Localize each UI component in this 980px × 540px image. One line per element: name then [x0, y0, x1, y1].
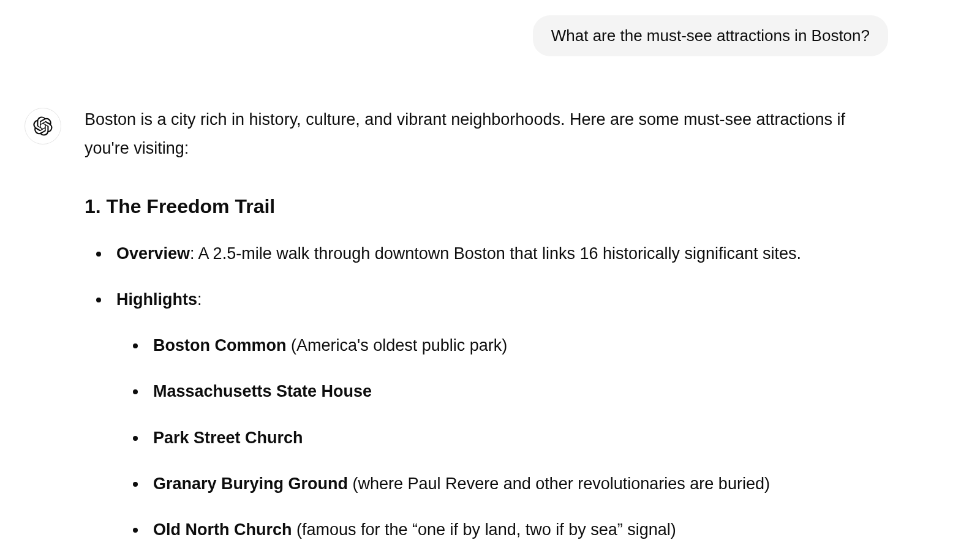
highlight-bold: Boston Common [153, 336, 286, 354]
section-list: Overview: A 2.5-mile walk through downto… [85, 239, 888, 541]
highlights-label: Highlights [116, 290, 197, 309]
highlight-rest: (America's oldest public park) [286, 336, 507, 354]
user-message-text: What are the must-see attractions in Bos… [551, 26, 870, 45]
highlights-list: Boston Common (America's oldest public p… [116, 331, 888, 540]
section-heading: 1. The Freedom Trail [85, 189, 888, 223]
user-message-row: What are the must-see attractions in Bos… [24, 15, 888, 56]
highlight-item: Park Street Church [147, 424, 888, 452]
highlight-bold: Massachusetts State House [153, 382, 372, 400]
highlight-rest: (famous for the “one if by land, two if … [292, 520, 676, 539]
overview-text: : A 2.5-mile walk through downtown Bosto… [190, 244, 801, 263]
overview-label: Overview [116, 244, 190, 263]
highlight-bold: Old North Church [153, 520, 292, 539]
highlight-item: Boston Common (America's oldest public p… [147, 331, 888, 360]
assistant-intro-paragraph: Boston is a city rich in history, cultur… [85, 105, 888, 163]
highlights-item: Highlights: Boston Common (America's old… [110, 285, 888, 540]
highlight-bold: Granary Burying Ground [153, 474, 348, 493]
assistant-avatar [24, 108, 61, 144]
user-message-bubble[interactable]: What are the must-see attractions in Bos… [533, 15, 888, 56]
section-title: The Freedom Trail [107, 195, 276, 217]
highlights-colon: : [197, 290, 202, 309]
section-number: 1. [85, 195, 101, 217]
assistant-message-row: Boston is a city rich in history, cultur… [24, 105, 888, 540]
assistant-intro-text: Boston is a city rich in history, cultur… [85, 110, 845, 157]
highlight-bold: Park Street Church [153, 429, 303, 447]
highlight-item: Old North Church (famous for the “one if… [147, 516, 888, 540]
assistant-message-content: Boston is a city rich in history, cultur… [85, 105, 888, 540]
openai-logo-icon [33, 116, 53, 136]
highlight-rest: (where Paul Revere and other revolutiona… [348, 474, 770, 493]
highlight-item: Massachusetts State House [147, 377, 888, 406]
highlight-item: Granary Burying Ground (where Paul Rever… [147, 470, 888, 498]
overview-item: Overview: A 2.5-mile walk through downto… [110, 239, 888, 268]
